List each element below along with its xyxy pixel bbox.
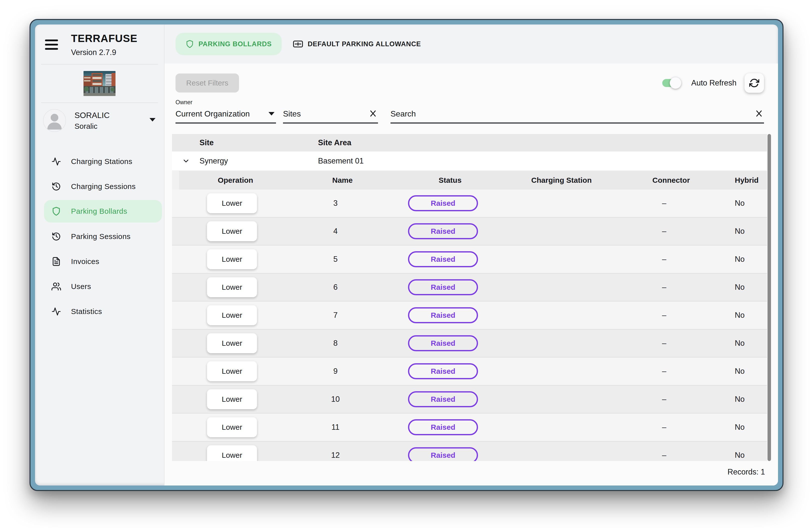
status-badge: Raised xyxy=(408,251,478,267)
lower-button[interactable]: Lower xyxy=(207,305,257,325)
invoice-icon xyxy=(52,257,61,266)
auto-refresh-toggle[interactable] xyxy=(662,79,679,87)
caret-down-icon xyxy=(149,118,156,121)
search-input[interactable] xyxy=(391,109,751,118)
bollard-table-header: Operation Name Status Charging Station C… xyxy=(179,171,767,190)
sidebar-item-charging-sessions[interactable]: Charging Sessions xyxy=(35,174,164,199)
hamburger-menu-icon[interactable] xyxy=(45,40,58,52)
lower-button[interactable]: Lower xyxy=(207,221,257,241)
user-name: Soralic xyxy=(74,122,110,131)
col-connector: Connector xyxy=(616,176,726,185)
site-row[interactable]: Synergy Basement 01 xyxy=(172,151,767,171)
owner-value: Current Organization xyxy=(175,109,276,118)
user-organization: SORALIC xyxy=(74,111,110,120)
bollard-name: 4 xyxy=(285,227,386,236)
connector-value: – xyxy=(609,395,720,404)
organization-photo xyxy=(35,64,164,103)
lower-button[interactable]: Lower xyxy=(207,277,257,297)
lower-button[interactable]: Lower xyxy=(207,193,257,213)
toggle-knob xyxy=(670,77,681,89)
shield-icon xyxy=(52,206,61,216)
hybrid-value: No xyxy=(720,423,760,432)
lower-button[interactable]: Lower xyxy=(207,417,257,437)
refresh-icon xyxy=(749,78,759,88)
table-row: Lower 11 Raised – No xyxy=(172,413,767,441)
chevron-down-icon[interactable] xyxy=(182,157,190,165)
connector-value: – xyxy=(609,283,720,292)
sidebar-header: TERRAFUSE Version 2.7.9 xyxy=(35,25,164,57)
lower-button[interactable]: Lower xyxy=(207,361,257,381)
sidebar-item-parking-bollards[interactable]: Parking Bollards xyxy=(44,200,162,222)
sidebar-item-users[interactable]: Users xyxy=(35,274,164,299)
owner-select[interactable]: Owner Current Organization xyxy=(175,99,276,123)
connector-value: – xyxy=(609,423,720,432)
reset-filters-button[interactable]: Reset Filters xyxy=(175,73,239,92)
tabs-row: PARKING BOLLARDS DEFAULT PARKING ALLOWAN… xyxy=(164,25,778,63)
avatar xyxy=(43,109,66,132)
vertical-scrollbar[interactable] xyxy=(768,134,771,461)
auto-refresh-label: Auto Refresh xyxy=(691,78,737,88)
connector-value: – xyxy=(609,339,720,348)
lower-button[interactable]: Lower xyxy=(207,249,257,269)
tab-parking-bollards[interactable]: PARKING BOLLARDS xyxy=(175,33,282,55)
table-row: Lower 9 Raised – No xyxy=(172,357,767,385)
history-icon xyxy=(52,232,61,241)
owner-label: Owner xyxy=(175,99,276,106)
table-row: Lower 12 Raised – No xyxy=(172,441,767,461)
sites-input[interactable] xyxy=(283,109,365,118)
site-column-header: Site xyxy=(200,138,318,147)
bollard-name: 7 xyxy=(285,311,386,320)
users-icon xyxy=(52,282,61,291)
filters-row: Owner Current Organization xyxy=(175,99,764,123)
table-row: Lower 3 Raised – No xyxy=(172,190,767,218)
status-badge: Raised xyxy=(408,195,478,211)
bollard-name: 12 xyxy=(285,451,386,460)
col-name: Name xyxy=(292,176,393,185)
records-count: Records: 1 xyxy=(164,468,765,476)
lower-button[interactable]: Lower xyxy=(207,445,257,461)
sidebar-item-charging-stations[interactable]: Charging Stations xyxy=(35,149,164,174)
tab-default-parking-allowance[interactable]: DEFAULT PARKING ALLOWANCE xyxy=(289,40,425,48)
lower-button[interactable]: Lower xyxy=(207,333,257,353)
hybrid-value: No xyxy=(720,255,760,264)
connector-value: – xyxy=(609,227,720,236)
table-row: Lower 7 Raised – No xyxy=(172,302,767,329)
hybrid-value: No xyxy=(720,227,760,236)
building-image xyxy=(84,71,116,96)
table-zone: Site Site Area Synergy Basement 01 Opera… xyxy=(172,134,767,461)
activity-icon xyxy=(52,157,61,166)
connector-value: – xyxy=(609,199,720,208)
status-badge: Raised xyxy=(408,419,478,435)
content-panel: Reset Filters Auto Refresh Owner xyxy=(164,63,778,485)
sidebar-item-statistics[interactable]: Statistics xyxy=(35,299,164,324)
refresh-button[interactable] xyxy=(744,73,764,93)
clear-sites-icon[interactable] xyxy=(369,109,377,117)
bollard-name: 5 xyxy=(285,255,386,264)
activity-icon xyxy=(52,307,61,316)
status-badge: Raised xyxy=(408,363,478,379)
hybrid-value: No xyxy=(720,199,760,208)
clear-search-icon[interactable] xyxy=(755,109,763,117)
sidebar: TERRAFUSE Version 2.7.9 xyxy=(35,25,164,485)
site-name: Synergy xyxy=(200,157,318,165)
bollard-name: 6 xyxy=(285,283,386,292)
status-badge: Raised xyxy=(408,307,478,323)
banknote-icon xyxy=(293,40,303,48)
hybrid-value: No xyxy=(720,311,760,320)
status-badge: Raised xyxy=(408,223,478,239)
sidebar-item-invoices[interactable]: Invoices xyxy=(35,249,164,274)
site-area-column-header: Site Area xyxy=(318,138,351,147)
toolbar: Reset Filters Auto Refresh xyxy=(175,73,764,92)
shield-icon xyxy=(186,40,194,48)
table-viewport: Site Site Area Synergy Basement 01 Opera… xyxy=(172,134,767,461)
col-charging-station: Charging Station xyxy=(507,176,616,185)
app-title: TERRAFUSE xyxy=(71,32,137,44)
hybrid-value: No xyxy=(720,451,760,460)
user-account-menu[interactable]: SORALIC Soralic xyxy=(35,103,164,135)
sidebar-item-parking-sessions[interactable]: Parking Sessions xyxy=(35,224,164,249)
table-row: Lower 4 Raised – No xyxy=(172,218,767,246)
hybrid-value: No xyxy=(720,395,760,404)
hybrid-value: No xyxy=(720,339,760,348)
bollard-name: 3 xyxy=(285,199,386,208)
lower-button[interactable]: Lower xyxy=(207,389,257,409)
